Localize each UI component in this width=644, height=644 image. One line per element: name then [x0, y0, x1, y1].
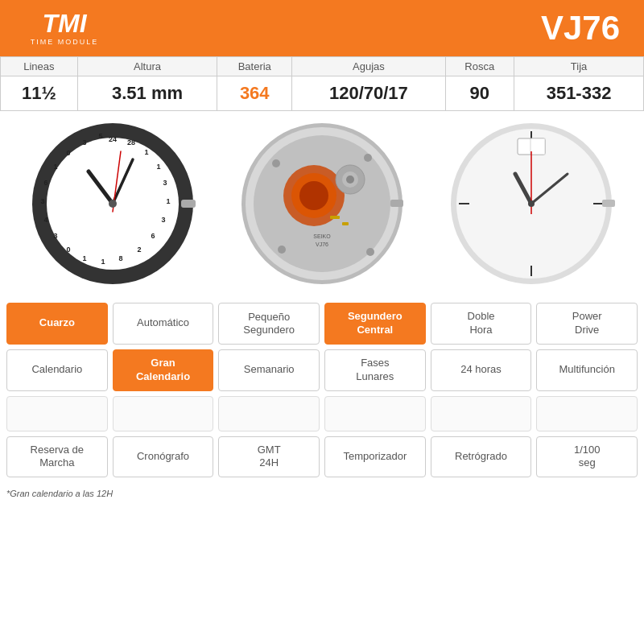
svg-text:3: 3 — [40, 197, 44, 205]
svg-rect-58 — [602, 200, 615, 207]
empty-cell-6 — [536, 396, 638, 431]
svg-text:1: 1 — [82, 254, 86, 262]
empty-cell-4 — [324, 396, 426, 431]
logo-text: TMI — [42, 10, 86, 36]
svg-point-57 — [528, 200, 535, 207]
col-header-altura: Altura — [77, 57, 217, 76]
col-header-bateria: Bateria — [217, 57, 292, 76]
feature-calendario: Calendario — [6, 349, 108, 391]
val-agujas: 120/70/17 — [292, 76, 445, 111]
footnote: *Gran calendario a las 12H — [0, 485, 644, 502]
svg-text:0: 0 — [66, 246, 70, 254]
feature-cuarzo: Cuarzo — [6, 303, 108, 345]
svg-text:0: 0 — [66, 149, 70, 157]
col-header-tija: Tija — [514, 57, 644, 76]
val-altura: 3.51 mm — [77, 76, 217, 111]
svg-text:5: 5 — [98, 132, 102, 140]
val-tija: 351-332 — [514, 76, 644, 111]
model-name-area: VJ76 — [129, 0, 644, 56]
empty-cell-3 — [218, 396, 320, 431]
features-section: Cuarzo Automático PequeñoSegundero Segun… — [0, 296, 644, 485]
features-row-4: Reserva deMarcha Cronógrafo GMT24H Tempo… — [6, 436, 638, 478]
features-row-2: Calendario GranCalendario Semanario Fase… — [6, 349, 638, 391]
feature-temporizador: Temporizador — [324, 436, 426, 478]
svg-text:1: 1 — [101, 258, 105, 266]
feature-1-100-seg: 1/100seg — [536, 436, 638, 478]
watches-area: 24 28 1 1 3 1 3 6 2 8 1 1 0 3 4 3 6 1 0 … — [0, 111, 644, 296]
svg-text:SEIKO: SEIKO — [313, 233, 331, 239]
svg-point-38 — [364, 154, 372, 162]
col-header-agujas: Agujas — [292, 57, 445, 76]
svg-text:6: 6 — [43, 179, 47, 187]
svg-text:1: 1 — [156, 163, 160, 171]
clock-svg-3 — [447, 119, 616, 288]
svg-rect-43 — [330, 216, 340, 219]
feature-fases-lunares: FasesLunares — [324, 349, 426, 391]
feature-cronografo: Cronógrafo — [113, 436, 214, 478]
svg-text:3: 3 — [82, 138, 86, 147]
empty-cell-5 — [431, 396, 532, 431]
svg-text:2: 2 — [137, 246, 141, 254]
svg-text:1: 1 — [53, 163, 57, 171]
svg-text:28: 28 — [127, 138, 135, 147]
svg-point-26 — [109, 200, 117, 208]
svg-text:VJ76: VJ76 — [316, 242, 328, 247]
svg-rect-44 — [342, 222, 349, 225]
feature-automatico: Automático — [113, 303, 214, 345]
svg-rect-53 — [530, 138, 545, 155]
feature-semanario: Semanario — [218, 349, 320, 391]
svg-point-33 — [299, 181, 328, 210]
svg-point-40 — [366, 248, 374, 256]
svg-text:1: 1 — [144, 148, 148, 156]
svg-text:3: 3 — [163, 179, 167, 187]
feature-retrogrado: Retrógrado — [431, 436, 532, 478]
specs-table: Lineas Altura Bateria Agujas Rosca Tija … — [0, 56, 644, 111]
clock-svg-1: 24 28 1 1 3 1 3 6 2 8 1 1 0 3 4 3 6 1 0 … — [28, 119, 197, 288]
feature-segundero-central: SegunderoCentral — [324, 303, 426, 345]
val-rosca: 90 — [445, 76, 514, 111]
empty-cell-2 — [113, 396, 214, 431]
feature-power-drive: PowerDrive — [536, 303, 638, 345]
feature-multifuncion: Multifunción — [536, 349, 638, 391]
svg-rect-45 — [390, 200, 403, 207]
svg-point-39 — [278, 246, 286, 254]
svg-text:1: 1 — [166, 197, 170, 205]
svg-text:3: 3 — [53, 232, 57, 240]
feature-gran-calendario: GranCalendario — [113, 349, 214, 391]
svg-text:24: 24 — [109, 135, 117, 143]
svg-rect-27 — [181, 200, 196, 208]
watch-date-ring: 24 28 1 1 3 1 3 6 2 8 1 1 0 3 4 3 6 1 0 … — [24, 119, 201, 288]
watch-simple — [443, 119, 620, 288]
col-header-lineas: Lineas — [1, 57, 78, 76]
col-header-rosca: Rosca — [445, 57, 514, 76]
features-row-1: Cuarzo Automático PequeñoSegundero Segun… — [6, 303, 638, 345]
feature-pequeño-segundero: PequeñoSegundero — [218, 303, 320, 345]
svg-point-36 — [346, 175, 354, 184]
watch-movement: SEIKO VJ76 — [233, 119, 411, 288]
header: TMI TIME MODULE VJ76 — [0, 0, 644, 56]
logo-subtitle: TIME MODULE — [31, 38, 99, 46]
features-row-3-empty — [6, 396, 638, 431]
movement-svg: SEIKO VJ76 — [237, 119, 407, 288]
svg-text:3: 3 — [161, 216, 165, 224]
feature-doble-hora: DobleHora — [431, 303, 532, 345]
empty-cell-1 — [6, 396, 108, 431]
logo-area: TMI TIME MODULE — [0, 0, 129, 56]
svg-text:8: 8 — [118, 254, 122, 262]
svg-text:6: 6 — [151, 232, 155, 240]
val-lineas: 11½ — [1, 76, 78, 111]
model-name: VJ76 — [541, 9, 620, 47]
svg-point-37 — [272, 159, 280, 167]
val-bateria: 364 — [217, 76, 292, 111]
svg-text:4: 4 — [43, 216, 47, 224]
feature-reserva-marcha: Reserva deMarcha — [6, 436, 108, 478]
feature-gmt-24h: GMT24H — [218, 436, 320, 478]
feature-24-horas: 24 horas — [431, 349, 532, 391]
